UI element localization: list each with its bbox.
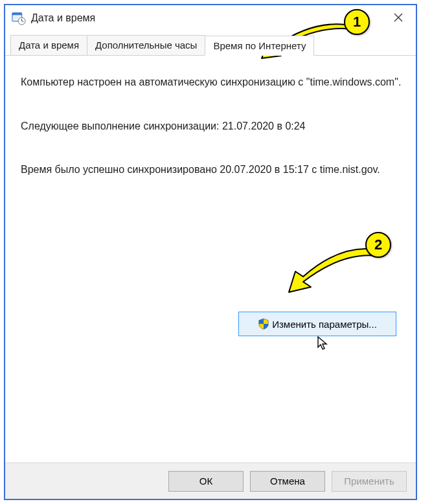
titlebar: Дата и время [5,5,416,31]
change-settings-button[interactable]: Изменить параметры... [238,312,396,336]
window-title: Дата и время [31,12,383,24]
apply-button: Применить [332,471,407,492]
calendar-clock-icon [12,11,26,25]
dialog-window: Дата и время Дата и время Дополнительные… [4,4,417,500]
next-sync-text: Следующее выполнение синхронизации: 21.0… [21,118,402,135]
cancel-button[interactable]: Отмена [250,471,325,492]
cursor-icon [317,336,328,356]
sync-config-text: Компьютер настроен на автоматическую син… [21,74,402,91]
tab-content: Компьютер настроен на автоматическую син… [5,56,416,463]
close-button[interactable] [383,8,413,29]
uac-shield-icon [258,318,269,330]
tabs-row: Дата и время Дополнительные часы Время п… [5,31,416,56]
last-sync-text: Время было успешно синхронизировано 20.0… [21,161,402,178]
dialog-button-bar: ОК Отмена Применить [5,463,416,499]
change-settings-label: Изменить параметры... [272,319,377,330]
close-icon [394,12,403,25]
tab-internet-time[interactable]: Время по Интернету [205,36,314,56]
tab-date-time[interactable]: Дата и время [10,35,87,55]
ok-button[interactable]: ОК [168,471,244,492]
tab-additional-clocks[interactable]: Дополнительные часы [87,35,205,55]
svg-rect-1 [12,13,22,16]
